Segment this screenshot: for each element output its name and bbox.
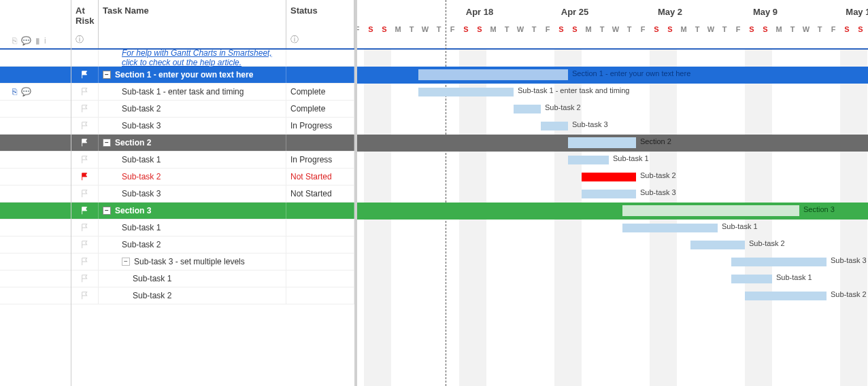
cell-task-name[interactable]: Sub-task 2 xyxy=(99,236,286,253)
flag-icon[interactable] xyxy=(80,87,90,96)
cell-status[interactable]: In Progress xyxy=(286,152,354,168)
cell-task-name[interactable]: Sub-task 2 xyxy=(99,101,286,117)
task-row[interactable]: Sub-task 1 xyxy=(71,270,354,287)
cell-at-risk[interactable] xyxy=(71,50,99,66)
cell-status[interactable] xyxy=(286,253,354,270)
gutter-row[interactable] xyxy=(0,287,71,304)
gantt-panel[interactable]: Apr 18Apr 25May 2May 9May 16 FSSMTWTFSSM… xyxy=(357,0,868,386)
gutter-row[interactable] xyxy=(0,253,71,270)
cell-at-risk[interactable] xyxy=(71,220,99,236)
task-row[interactable]: Sub-task 2Complete xyxy=(71,101,354,118)
gutter-row[interactable] xyxy=(0,67,71,84)
task-row[interactable]: Sub-task 3In Progress xyxy=(71,118,354,135)
cell-at-risk[interactable] xyxy=(71,186,99,202)
flag-icon[interactable] xyxy=(80,189,90,198)
cell-status[interactable]: Not Started xyxy=(286,186,354,202)
section-row[interactable]: −Section 3 xyxy=(71,203,354,220)
cell-task-name[interactable]: Sub-task 2 xyxy=(99,169,286,185)
task-bar[interactable] xyxy=(731,258,827,266)
collapse-toggle[interactable]: − xyxy=(122,258,130,266)
gutter-row[interactable] xyxy=(0,152,71,169)
gutter-row[interactable] xyxy=(0,135,71,152)
cell-at-risk[interactable] xyxy=(71,118,99,134)
cell-status[interactable] xyxy=(286,220,354,236)
col-header-task-name[interactable]: Task Name xyxy=(99,0,286,48)
task-row[interactable]: Sub-task 2 xyxy=(71,236,354,253)
task-bar[interactable] xyxy=(541,122,568,130)
cell-status[interactable] xyxy=(286,236,354,253)
cell-task-name[interactable]: For help with Gantt Charts in Smartsheet… xyxy=(99,50,286,66)
task-bar[interactable] xyxy=(745,292,827,300)
gutter-row[interactable]: ⎘💬 xyxy=(0,84,71,101)
gutter-row[interactable] xyxy=(0,220,71,236)
cell-at-risk[interactable] xyxy=(71,135,99,151)
flag-icon[interactable] xyxy=(80,121,90,130)
cell-at-risk[interactable] xyxy=(71,270,99,287)
cell-task-name[interactable]: −Section 1 - enter your own text here xyxy=(99,67,286,83)
gutter-row[interactable] xyxy=(0,186,71,203)
gutter-row[interactable] xyxy=(0,236,71,253)
task-row[interactable]: Sub-task 2 xyxy=(71,287,354,304)
cell-task-name[interactable]: Sub-task 1 xyxy=(99,270,286,287)
cell-at-risk[interactable] xyxy=(71,203,99,219)
task-row[interactable]: Sub-task 3Not Started xyxy=(71,186,354,203)
cell-status[interactable] xyxy=(286,203,354,219)
task-row[interactable]: Sub-task 1 xyxy=(71,220,354,236)
task-bar[interactable] xyxy=(418,88,514,96)
cell-status[interactable]: Not Started xyxy=(286,169,354,185)
cell-task-name[interactable]: Sub-task 3 xyxy=(99,186,286,202)
cell-status[interactable] xyxy=(286,50,354,66)
flag-icon[interactable] xyxy=(80,155,90,164)
cell-task-name[interactable]: Sub-task 2 xyxy=(99,287,286,304)
task-row[interactable]: −Sub-task 3 - set multiple levels xyxy=(71,253,354,270)
section-bar[interactable] xyxy=(568,137,636,148)
cell-status[interactable] xyxy=(286,270,354,287)
flag-icon[interactable] xyxy=(80,291,90,300)
cell-status[interactable] xyxy=(286,287,354,304)
task-row[interactable]: For help with Gantt Charts in Smartsheet… xyxy=(71,50,354,67)
task-bar[interactable] xyxy=(568,156,609,164)
task-bar[interactable] xyxy=(690,241,745,249)
gutter-row[interactable] xyxy=(0,203,71,220)
cell-at-risk[interactable] xyxy=(71,287,99,304)
task-bar[interactable] xyxy=(514,105,541,113)
cell-at-risk[interactable] xyxy=(71,84,99,100)
flag-icon[interactable] xyxy=(80,172,90,181)
cell-task-name[interactable]: Sub-task 1 - enter task and timing xyxy=(99,84,286,100)
section-bar[interactable] xyxy=(418,69,568,80)
cell-status[interactable] xyxy=(286,67,354,83)
flag-icon[interactable] xyxy=(80,257,90,266)
cell-status[interactable] xyxy=(286,135,354,151)
attachment-icon[interactable]: ⎘ xyxy=(12,87,17,96)
cell-status[interactable]: Complete xyxy=(286,84,354,100)
help-link[interactable]: For help with Gantt Charts in Smartsheet… xyxy=(103,50,286,67)
task-row[interactable]: Sub-task 2Not Started xyxy=(71,169,354,186)
cell-at-risk[interactable] xyxy=(71,236,99,253)
collapse-toggle[interactable]: − xyxy=(103,207,111,215)
gutter-row[interactable] xyxy=(0,118,71,135)
cell-task-name[interactable]: −Section 3 xyxy=(99,203,286,219)
section-bar[interactable] xyxy=(622,205,799,216)
flag-icon[interactable] xyxy=(80,274,90,283)
cell-at-risk[interactable] xyxy=(71,67,99,83)
task-bar[interactable] xyxy=(582,173,636,181)
cell-at-risk[interactable] xyxy=(71,101,99,117)
cell-at-risk[interactable] xyxy=(71,169,99,185)
gutter-row[interactable] xyxy=(0,50,71,67)
cell-task-name[interactable]: Sub-task 1 xyxy=(99,220,286,236)
cell-task-name[interactable]: Sub-task 3 xyxy=(99,118,286,134)
collapse-toggle[interactable]: − xyxy=(103,139,111,147)
section-row[interactable]: −Section 1 - enter your own text here xyxy=(71,67,354,84)
collapse-toggle[interactable]: − xyxy=(103,71,111,79)
flag-icon[interactable] xyxy=(80,223,90,232)
cell-status[interactable]: Complete xyxy=(286,101,354,117)
task-row[interactable]: Sub-task 1In Progress xyxy=(71,152,354,169)
gutter-row[interactable] xyxy=(0,270,71,287)
gutter-row[interactable] xyxy=(0,101,71,118)
cell-task-name[interactable]: −Sub-task 3 - set multiple levels xyxy=(99,253,286,270)
task-bar[interactable] xyxy=(582,190,636,198)
col-header-at-risk[interactable]: At Risk ⓘ xyxy=(71,0,99,48)
task-bar[interactable] xyxy=(622,224,718,232)
task-bar[interactable] xyxy=(731,275,772,283)
task-row[interactable]: Sub-task 1 - enter task and timingComple… xyxy=(71,84,354,101)
